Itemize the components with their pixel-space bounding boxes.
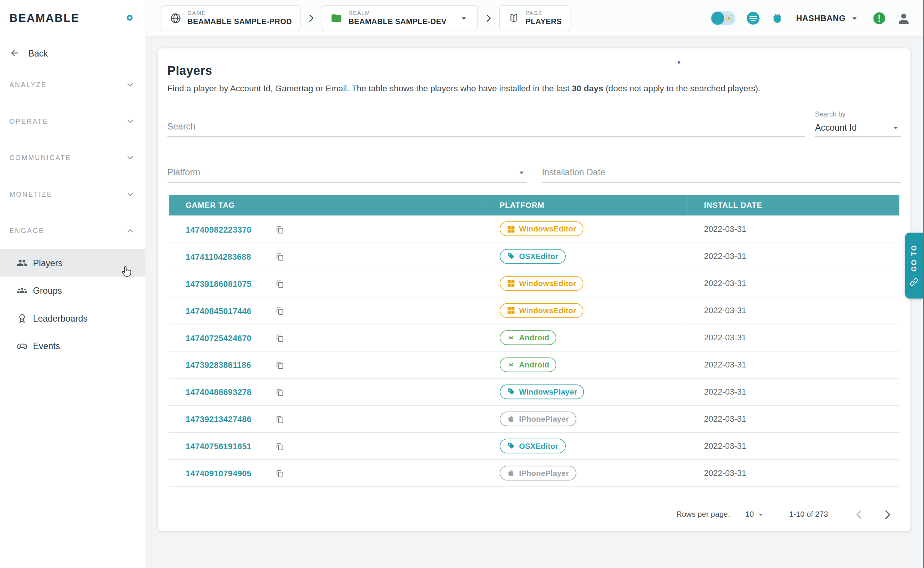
menu-icon[interactable] bbox=[745, 11, 761, 26]
theme-toggle[interactable] bbox=[711, 11, 736, 25]
sidebar-section-monetize[interactable]: MONETIZE bbox=[0, 176, 146, 213]
chevron-down-icon bbox=[756, 510, 766, 519]
copy-icon[interactable] bbox=[275, 442, 285, 451]
copy-icon[interactable] bbox=[275, 252, 285, 261]
apple-icon bbox=[507, 414, 515, 423]
chevron-down-icon bbox=[125, 189, 135, 199]
sidebar-item-label: Groups bbox=[33, 286, 62, 296]
groups-icon bbox=[16, 285, 28, 296]
profile-icon[interactable] bbox=[896, 11, 911, 26]
gamer-tag-link[interactable]: 14740910794905 bbox=[186, 469, 275, 478]
gamer-tag-link[interactable]: 14740488693278 bbox=[186, 387, 275, 397]
rows-per-page-select[interactable]: 10 bbox=[745, 510, 766, 519]
platform-badge-label: Android bbox=[519, 360, 549, 369]
sidebar-item-groups[interactable]: Groups bbox=[0, 277, 146, 304]
install-date-cell: 2022-03-31 bbox=[687, 215, 899, 243]
chevron-down-icon bbox=[516, 167, 527, 178]
toggle-knob bbox=[711, 12, 724, 25]
main-column: GAME BEAMABLE SAMPLE-PROD REALM BEAMABLE… bbox=[146, 0, 924, 568]
install-date-cell: 2022-03-31 bbox=[687, 324, 899, 351]
leaderboard-icon bbox=[16, 313, 28, 324]
table-header-row: GAMER TAG PLATFORM INSTALL DATE bbox=[169, 195, 899, 215]
back-button[interactable]: Back bbox=[0, 39, 146, 66]
account-label: HASHBANG bbox=[796, 13, 846, 23]
pagination: Rows per page: 10 1-10 of 273 bbox=[167, 498, 901, 531]
windows-icon bbox=[507, 225, 515, 233]
gamer-tag-link[interactable]: 14739213427486 bbox=[186, 414, 275, 424]
installation-date-input[interactable] bbox=[542, 162, 901, 182]
chevron-down-icon bbox=[125, 80, 135, 90]
sidebar-section-engage[interactable]: ENGAGE bbox=[0, 212, 146, 249]
breadcrumb-game[interactable]: GAME BEAMABLE SAMPLE-PROD bbox=[161, 5, 301, 31]
search-input[interactable] bbox=[167, 117, 805, 136]
gamer-tag-link[interactable]: 14740725424670 bbox=[186, 333, 275, 343]
apple-icon bbox=[507, 469, 515, 477]
copy-icon[interactable] bbox=[275, 306, 285, 316]
breadcrumb-kind: REALM bbox=[349, 10, 447, 17]
sidebar-section-label: COMMUNICATE bbox=[10, 154, 71, 161]
filters-row: Platform bbox=[167, 162, 901, 182]
sidebar-section-label: MONETIZE bbox=[10, 191, 53, 197]
sidebar-item-events[interactable]: Events bbox=[0, 332, 146, 359]
search-row: Search by Account Id bbox=[167, 111, 901, 137]
rows-per-page-value: 10 bbox=[745, 510, 754, 519]
search-by: Search by Account Id bbox=[815, 111, 901, 137]
breadcrumb-realm[interactable]: REALM BEAMABLE SAMPLE-DEV bbox=[322, 5, 477, 31]
gamer-tag-link[interactable]: 14740756191651 bbox=[186, 442, 275, 451]
sidebar-item-players[interactable]: Players bbox=[0, 249, 146, 277]
gamer-tag-link[interactable]: 14739186081075 bbox=[186, 279, 275, 288]
platform-badge: WindowsEditor bbox=[500, 276, 583, 291]
gamer-tag-link[interactable]: 14740982223370 bbox=[186, 225, 275, 234]
copy-icon[interactable] bbox=[275, 387, 285, 397]
next-page-button[interactable] bbox=[881, 508, 894, 521]
sidebar-item-label: Players bbox=[33, 258, 62, 268]
breadcrumb-page[interactable]: PAGE PLAYERS bbox=[499, 5, 570, 31]
status-ring-icon bbox=[127, 15, 132, 21]
platform-badge-label: OSXEditor bbox=[519, 252, 559, 261]
gamer-tag-link[interactable]: 14739283861186 bbox=[186, 360, 275, 370]
topbar: GAME BEAMABLE SAMPLE-PROD REALM BEAMABLE… bbox=[146, 0, 924, 37]
chevron-right-icon bbox=[483, 13, 494, 24]
alert-icon[interactable] bbox=[872, 11, 886, 25]
sidebar-section-communicate[interactable]: COMMUNICATE bbox=[0, 139, 146, 176]
install-date-cell: 2022-03-31 bbox=[687, 297, 899, 324]
sidebar-section-operate[interactable]: OPERATE bbox=[0, 103, 146, 140]
copy-icon[interactable] bbox=[275, 360, 285, 370]
search-by-select[interactable]: Account Id bbox=[815, 119, 901, 136]
android-icon bbox=[507, 360, 515, 369]
platform-badge: OSXEditor bbox=[500, 249, 565, 264]
install-date-cell: 2022-03-31 bbox=[687, 378, 899, 405]
platform-badge-label: Android bbox=[519, 333, 549, 342]
beamable-logo: BEAMABLE bbox=[10, 12, 80, 24]
sidebar-item-leaderboards[interactable]: Leaderboards bbox=[0, 304, 146, 332]
table-row: 14739186081075 WindowsEditor 2022-03-31 bbox=[169, 270, 899, 297]
copy-icon[interactable] bbox=[275, 469, 285, 478]
search-by-label: Search by bbox=[815, 111, 901, 118]
rows-per-page-label: Rows per page: bbox=[676, 510, 730, 519]
bug-icon[interactable] bbox=[771, 12, 784, 25]
gamer-tag-link[interactable]: 14741104283688 bbox=[186, 252, 275, 261]
table-row: 14741104283688 OSXEditor 2022-03-31 bbox=[169, 243, 899, 270]
breadcrumb-value: BEAMABLE SAMPLE-DEV bbox=[349, 17, 447, 27]
pagination-range: 1-10 of 273 bbox=[789, 510, 828, 519]
previous-page-button[interactable] bbox=[853, 508, 866, 521]
copy-icon[interactable] bbox=[275, 225, 285, 234]
table-row: 14739283861186 Android 2022-03-31 bbox=[169, 351, 899, 378]
players-table-body: 14740982223370 WindowsEditor 2022-03-31 … bbox=[169, 215, 899, 486]
sidebar-item-label: Leaderboards bbox=[33, 313, 88, 323]
goto-tab[interactable]: GO TO bbox=[905, 233, 923, 299]
sidebar-section-analyze[interactable]: ANALYZE bbox=[0, 66, 146, 103]
platform-badge: Android bbox=[500, 357, 556, 372]
table-row: 14740982223370 WindowsEditor 2022-03-31 bbox=[169, 215, 899, 243]
copy-icon[interactable] bbox=[275, 279, 285, 288]
platform-select[interactable]: Platform bbox=[167, 162, 527, 182]
platform-badge: WindowsEditor bbox=[500, 222, 583, 236]
breadcrumb-kind: GAME bbox=[187, 10, 292, 17]
platform-badge: Android bbox=[500, 330, 556, 345]
copy-icon[interactable] bbox=[275, 414, 285, 424]
gamer-tag-link[interactable]: 14740845017446 bbox=[186, 306, 275, 316]
copy-icon[interactable] bbox=[275, 333, 285, 343]
account-menu[interactable]: HASHBANG bbox=[796, 13, 860, 24]
sidebar: BEAMABLE Back ANALYZE OPERATE COMMUNICAT… bbox=[0, 0, 146, 568]
tag-icon bbox=[507, 442, 515, 450]
